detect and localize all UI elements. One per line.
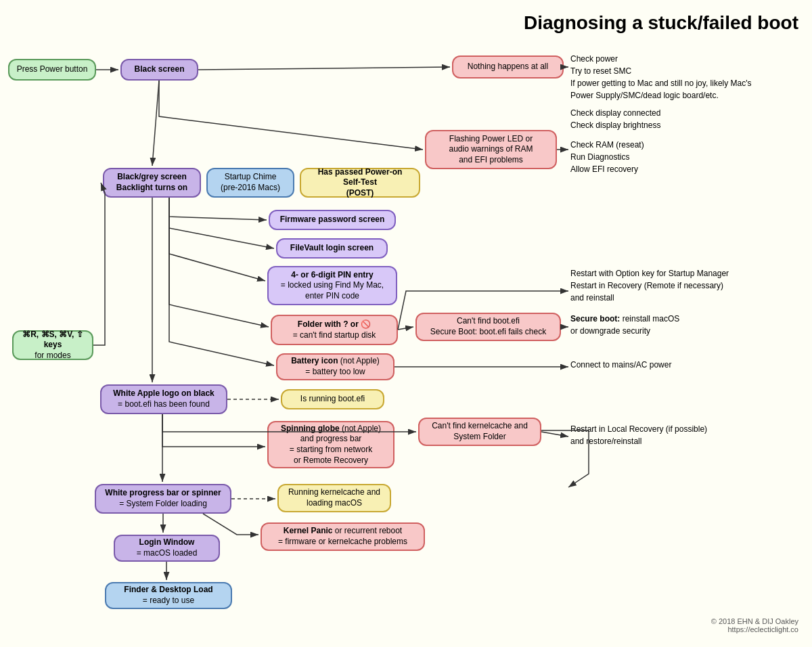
folder-q-label: Folder with ? or 🚫= can't find startup d…	[293, 319, 376, 340]
node-black-screen: Black screen	[120, 59, 198, 81]
svg-line-8	[398, 327, 413, 330]
node-white-progress: White progress bar or spinner= System Fo…	[95, 484, 231, 514]
filevault-label: FileVault login screen	[290, 243, 374, 254]
post-label: Has passed Power-on Self-Test (POST)	[308, 167, 412, 199]
node-running-kernel: Running kernelcache and loading macOS	[277, 484, 391, 512]
node-post: Has passed Power-on Self-Test (POST)	[300, 168, 420, 198]
node-kernel-panic: Kernel Panic or recurrent reboot= firmwa…	[261, 522, 425, 551]
kernel-panic-label: Kernel Panic or recurrent reboot= firmwa…	[278, 526, 407, 547]
nothing-tips-text: Check power Try to reset SMC If power ge…	[570, 53, 804, 102]
node-spinning-globe: Spinning globe (not Apple)and progress b…	[267, 421, 394, 468]
node-battery-icon: Battery icon (not Apple)= battery too lo…	[276, 353, 394, 380]
node-press-power: Press Power button	[8, 59, 96, 81]
black-grey-label: Black/grey screen Backlight turns on	[116, 172, 187, 193]
white-apple-label: White Apple logo on black= boot.efi has …	[113, 388, 215, 409]
node-filevault: FileVault login screen	[276, 238, 388, 259]
copyright-text: © 2018 EHN & DIJ Oakley https://eclectic…	[711, 617, 798, 633]
display-tips-text: Check display connected Check display br…	[570, 107, 773, 131]
node-flashing-led: Flashing Power LED or audio warnings of …	[425, 130, 557, 169]
node-finder-desktop: Finder & Desktop Load= ready to use	[105, 582, 232, 609]
svg-line-3	[198, 67, 450, 70]
secure-boot-tips-text: Secure boot: reinstall macOSor downgrade…	[570, 313, 773, 337]
option-tips-text: Restart with Option key for Startup Mana…	[570, 267, 804, 304]
black-screen-label: Black screen	[134, 64, 184, 75]
cant-find-kernel-label: Can't find kernelcache and System Folder	[432, 421, 528, 442]
cmd-keys-label: ⌘R, ⌘S, ⌘V, ⇧ keysfor modes	[20, 330, 85, 361]
pin-entry-label: 4- or 6-digit PIN entry= locked using Fi…	[281, 270, 384, 302]
node-firmware-pwd: Firmware password screen	[269, 210, 396, 230]
press-power-label: Press Power button	[17, 64, 88, 75]
finder-desktop-label: Finder & Desktop Load= ready to use	[124, 585, 212, 606]
ram-tips-text: Check RAM (reseat) Run Diagnostics Allow…	[570, 139, 773, 175]
running-kernel-label: Running kernelcache and loading macOS	[288, 487, 380, 508]
spinning-globe-label: Spinning globe (not Apple)and progress b…	[281, 424, 381, 466]
secure-boot-label: Secure boot:	[570, 314, 620, 324]
node-black-grey: Black/grey screen Backlight turns on	[103, 168, 201, 198]
node-cant-find-kernel: Can't find kernelcache and System Folder	[418, 418, 541, 446]
firmware-pwd-label: Firmware password screen	[280, 215, 385, 225]
node-folder-q: Folder with ? or 🚫= can't find startup d…	[271, 315, 398, 345]
node-white-apple: White Apple logo on black= boot.efi has …	[100, 384, 227, 414]
is-running-boot-label: Is running boot.efi	[300, 394, 365, 405]
login-window-label: Login Window= macOS loaded	[137, 537, 198, 558]
startup-chime-label: Startup Chime (pre-2016 Macs)	[221, 172, 280, 193]
battery-icon-label: Battery icon (not Apple)= battery too lo…	[291, 356, 380, 377]
node-is-running-boot: Is running boot.efi	[281, 389, 384, 409]
local-recovery-text: Restart in Local Recovery (if possible) …	[570, 423, 773, 447]
node-pin-entry: 4- or 6-digit PIN entry= locked using Fi…	[267, 266, 397, 305]
node-cant-find-boot: Can't find boot.efi Secure Boot: boot.ef…	[415, 313, 561, 341]
flashing-led-label: Flashing Power LED or audio warnings of …	[449, 134, 533, 166]
node-startup-chime: Startup Chime (pre-2016 Macs)	[206, 168, 294, 198]
node-cmd-keys: ⌘R, ⌘S, ⌘V, ⇧ keysfor modes	[12, 330, 93, 360]
node-nothing-happens: Nothing happens at all	[452, 55, 564, 79]
svg-line-6	[152, 81, 159, 166]
white-progress-label: White progress bar or spinner= System Fo…	[105, 488, 221, 509]
node-login-window: Login Window= macOS loaded	[114, 535, 220, 562]
battery-tips-text: Connect to mains/AC power	[570, 359, 773, 371]
nothing-happens-label: Nothing happens at all	[468, 62, 548, 72]
svg-line-13	[541, 432, 568, 437]
cant-find-boot-label: Can't find boot.efi Secure Boot: boot.ef…	[430, 316, 546, 337]
page-title: Diagnosing a stuck/failed boot	[524, 12, 798, 34]
